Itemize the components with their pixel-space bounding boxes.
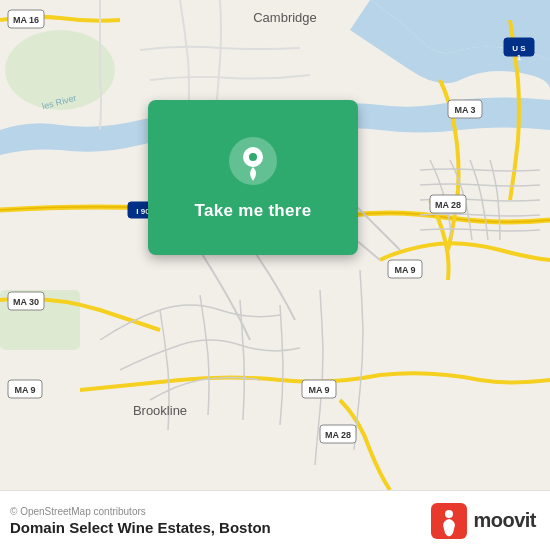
location-pin-icon: [227, 135, 279, 187]
svg-text:MA 16: MA 16: [13, 15, 39, 25]
attribution-text: © OpenStreetMap contributors: [10, 506, 271, 517]
svg-text:U S: U S: [512, 44, 526, 53]
location-title: Domain Select Wine Estates, Boston: [10, 519, 271, 536]
svg-point-29: [249, 153, 257, 161]
svg-text:MA 9: MA 9: [394, 265, 415, 275]
svg-text:MA 3: MA 3: [454, 105, 475, 115]
svg-text:MA 9: MA 9: [308, 385, 329, 395]
bottom-bar: © OpenStreetMap contributors Domain Sele…: [0, 490, 550, 550]
moovit-logo: moovit: [431, 503, 536, 539]
bottom-left-info: © OpenStreetMap contributors Domain Sele…: [10, 506, 271, 536]
map-container: MA 16 I 90 MA 30 MA 9 MA 9 MA 9 MA 28 MA…: [0, 0, 550, 490]
svg-point-31: [445, 510, 453, 518]
svg-text:MA 9: MA 9: [14, 385, 35, 395]
svg-text:1: 1: [517, 53, 522, 62]
svg-text:Brookline: Brookline: [133, 403, 187, 418]
svg-text:MA 28: MA 28: [325, 430, 351, 440]
navigation-card[interactable]: Take me there: [148, 100, 358, 255]
take-me-there-button[interactable]: Take me there: [195, 201, 312, 221]
svg-text:MA 30: MA 30: [13, 297, 39, 307]
svg-text:MA 28: MA 28: [435, 200, 461, 210]
svg-text:Cambridge: Cambridge: [253, 10, 317, 25]
moovit-logo-text: moovit: [473, 509, 536, 532]
moovit-brand-icon: [431, 503, 467, 539]
